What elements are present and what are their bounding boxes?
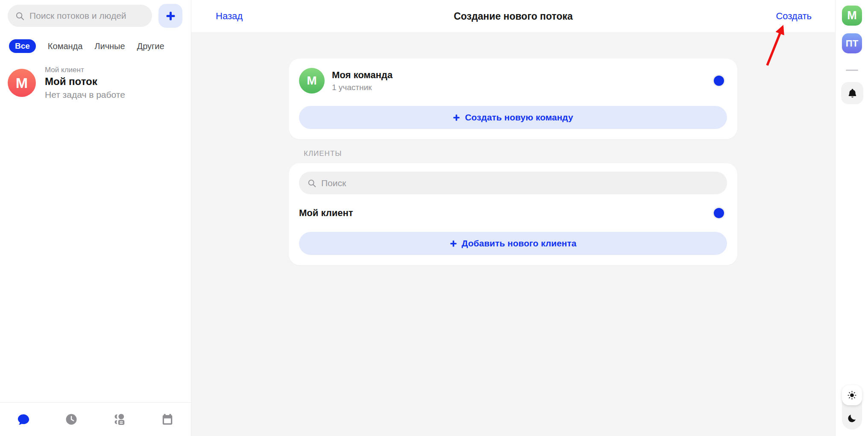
clock-icon (65, 413, 78, 426)
nav-chats-button[interactable] (17, 413, 30, 426)
team-texts: Моя команда 1 участник (332, 70, 393, 92)
client-selected-radio[interactable] (713, 207, 725, 219)
tab-all[interactable]: Все (9, 39, 36, 53)
search-icon (307, 178, 317, 188)
app-window: Все Команда Личные Другие M Мой клиент М… (0, 0, 868, 436)
client-row[interactable]: Мой клиент (299, 198, 725, 228)
clients-search[interactable] (299, 172, 727, 194)
team-card: M Моя команда 1 участник Создать новую к… (289, 59, 737, 139)
plus-icon (453, 114, 460, 121)
team-row[interactable]: M Моя команда 1 участник (299, 68, 725, 94)
main-header: Назад Создание нового потока Создать (191, 0, 835, 32)
left-sidebar: Все Команда Личные Другие M Мой клиент М… (0, 0, 191, 436)
stream-filter-tabs: Все Команда Личные Другие (0, 39, 191, 53)
contacts-icon (113, 413, 126, 426)
add-client-label: Добавить нового клиента (462, 238, 577, 249)
team-name: Моя команда (332, 70, 393, 81)
stream-list-item[interactable]: M Мой клиент Мой поток Нет задач в работ… (0, 66, 191, 100)
create-link[interactable]: Создать (776, 11, 812, 22)
back-link[interactable]: Назад (216, 11, 243, 22)
stream-avatar: M (8, 69, 36, 97)
workspace-avatar-m[interactable]: M (842, 6, 862, 26)
main-area: Назад Создание нового потока Создать M М… (191, 0, 835, 436)
create-team-label: Создать новую команду (465, 112, 573, 123)
page-title: Создание нового потока (191, 10, 835, 22)
new-stream-button[interactable] (158, 4, 182, 28)
sidebar-search-row (0, 0, 191, 28)
search-icon (15, 11, 25, 21)
theme-toggle[interactable] (842, 385, 862, 430)
sun-icon (847, 391, 856, 400)
nav-history-button[interactable] (65, 413, 78, 426)
create-team-button[interactable]: Создать новую команду (299, 106, 727, 129)
notifications-button[interactable] (841, 82, 863, 104)
main-body: M Моя команда 1 участник Создать новую к… (191, 32, 835, 436)
clients-card: Мой клиент Добавить нового клиента (289, 163, 737, 265)
workspace-avatar-pt[interactable]: ПТ (842, 33, 862, 53)
tab-team[interactable]: Команда (48, 41, 82, 51)
right-sidebar: M ПТ (835, 0, 868, 436)
clients-search-input[interactable] (321, 178, 721, 188)
bottom-nav (0, 402, 191, 436)
sidebar-divider (846, 70, 858, 71)
light-theme-option[interactable] (842, 385, 862, 405)
streams-search[interactable] (8, 5, 152, 27)
dark-theme-option[interactable] (842, 409, 862, 427)
calendar-icon (161, 413, 174, 426)
team-avatar: M (299, 68, 325, 94)
client-name: Мой клиент (299, 208, 353, 219)
streams-search-input[interactable] (29, 11, 146, 21)
plus-icon (165, 11, 176, 21)
nav-contacts-button[interactable] (113, 413, 126, 426)
stream-texts: Мой клиент Мой поток Нет задач в работе (45, 66, 125, 100)
bell-icon (847, 88, 858, 99)
tab-personal[interactable]: Личные (94, 41, 125, 51)
team-members-count: 1 участник (332, 83, 393, 92)
plus-icon (450, 240, 457, 247)
stream-status: Нет задач в работе (45, 90, 125, 100)
team-selected-radio[interactable] (713, 74, 725, 87)
chat-icon (17, 413, 30, 426)
nav-calendar-button[interactable] (161, 413, 174, 426)
stream-title: Мой поток (45, 76, 125, 88)
tab-other[interactable]: Другие (137, 41, 164, 51)
clients-section-label: КЛИЕНТЫ (304, 149, 342, 158)
moon-icon (847, 413, 857, 423)
add-client-button[interactable]: Добавить нового клиента (299, 232, 727, 255)
stream-client-label: Мой клиент (45, 66, 125, 74)
